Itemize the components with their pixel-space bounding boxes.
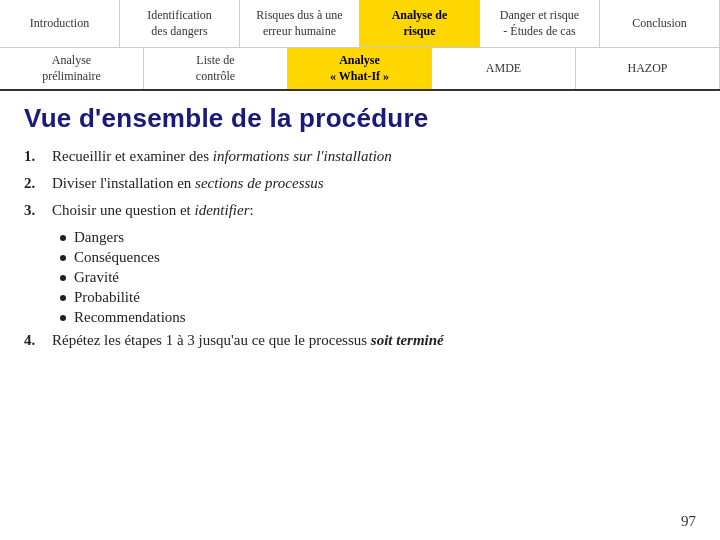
bullet-dot-2 <box>60 255 66 261</box>
bullet-item-dangers: Dangers <box>60 229 696 246</box>
bullet-item-consequences: Conséquences <box>60 249 696 266</box>
bullet-item-gravite: Gravité <box>60 269 696 286</box>
page-title: Vue d'ensemble de la procédure <box>24 103 696 134</box>
list-item-1: 1. Recueillir et examiner des informatio… <box>24 148 696 165</box>
bullet-list: Dangers Conséquences Gravité Probabilité… <box>60 229 696 326</box>
list-number-4: 4. <box>24 332 44 349</box>
main-content: Vue d'ensemble de la procédure 1. Recuei… <box>0 91 720 369</box>
list-item-3: 3. Choisir une question et identifier: <box>24 202 696 219</box>
list-text-3: Choisir une question et identifier: <box>52 202 254 219</box>
list-number-1: 1. <box>24 148 44 165</box>
list-item-2: 2. Diviser l'installation en sections de… <box>24 175 696 192</box>
page-number: 97 <box>681 513 696 530</box>
bullet-item-probabilite: Probabilité <box>60 289 696 306</box>
bullet-text-recommendations: Recommendations <box>74 309 186 326</box>
bullet-dot-4 <box>60 295 66 301</box>
list-number-2: 2. <box>24 175 44 192</box>
nav-danger-risque[interactable]: Danger et risque- Études de cas <box>480 0 600 47</box>
bullet-item-recommendations: Recommendations <box>60 309 696 326</box>
list-text-2: Diviser l'installation en sections de pr… <box>52 175 324 192</box>
nav-liste-controle[interactable]: Liste decontrôle <box>144 48 288 89</box>
nav-analyse-risque[interactable]: Analyse derisque <box>360 0 480 47</box>
list-number-3: 3. <box>24 202 44 219</box>
numbered-list-2: 4. Répétez les étapes 1 à 3 jusqu'au ce … <box>24 332 696 349</box>
bullet-dot-1 <box>60 235 66 241</box>
nav-risques[interactable]: Risques dus à uneerreur humaine <box>240 0 360 47</box>
bullet-text-gravite: Gravité <box>74 269 119 286</box>
list-text-1: Recueillir et examiner des informations … <box>52 148 392 165</box>
nav-introduction[interactable]: Introduction <box>0 0 120 47</box>
bullet-text-dangers: Dangers <box>74 229 124 246</box>
list-text-4: Répétez les étapes 1 à 3 jusqu'au ce que… <box>52 332 444 349</box>
nav-amde[interactable]: AMDE <box>432 48 576 89</box>
nav-row1: Introduction Identificationdes dangers R… <box>0 0 720 48</box>
bullet-dot-5 <box>60 315 66 321</box>
nav-conclusion[interactable]: Conclusion <box>600 0 720 47</box>
nav-identification[interactable]: Identificationdes dangers <box>120 0 240 47</box>
bullet-text-consequences: Conséquences <box>74 249 160 266</box>
nav-hazop[interactable]: HAZOP <box>576 48 720 89</box>
list-item-4: 4. Répétez les étapes 1 à 3 jusqu'au ce … <box>24 332 696 349</box>
nav-analyse-preliminaire[interactable]: Analysepréliminaire <box>0 48 144 89</box>
nav-row2: Analysepréliminaire Liste decontrôle Ana… <box>0 48 720 91</box>
numbered-list: 1. Recueillir et examiner des informatio… <box>24 148 696 219</box>
nav-analyse-whatif[interactable]: Analyse« What-If » <box>288 48 432 89</box>
bullet-dot-3 <box>60 275 66 281</box>
bullet-text-probabilite: Probabilité <box>74 289 140 306</box>
